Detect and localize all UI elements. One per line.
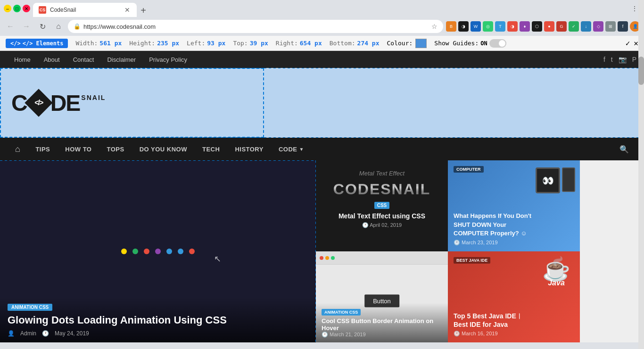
computer-title[interactable]: What Happens If You Don't SHUT DOWN Your… bbox=[454, 212, 542, 238]
logo-diamond-shape: </> bbox=[25, 89, 52, 116]
ext-icon-2[interactable]: ◑ bbox=[458, 21, 469, 32]
ext-icon-4[interactable]: ◎ bbox=[483, 21, 493, 32]
nav-search[interactable]: 🔍 bbox=[612, 145, 636, 154]
nav-home[interactable]: ⌂ bbox=[8, 138, 28, 160]
facebook-icon[interactable]: f bbox=[603, 56, 605, 63]
ext-icon-8[interactable]: ⬡ bbox=[532, 21, 542, 32]
main-article-overlay: ANIMATION CSS Glowing Dots Loading Anima… bbox=[0, 297, 316, 342]
devtools-check-icon[interactable]: ✓ bbox=[626, 39, 630, 48]
ext-icon-6[interactable]: ◑ bbox=[507, 21, 518, 32]
clock-icon-java: 🕐 bbox=[454, 331, 460, 336]
java-article[interactable]: BEST JAVA IDE ☕ Java Top 5 Best Java IDE… bbox=[448, 251, 580, 342]
colour-swatch[interactable] bbox=[415, 39, 427, 48]
topnav-about[interactable]: About bbox=[37, 51, 66, 68]
computer-tag[interactable]: COMPUTER bbox=[454, 166, 484, 173]
article-author: Admin bbox=[20, 330, 36, 337]
forward-button[interactable]: → bbox=[20, 20, 33, 33]
nav-code[interactable]: CODE ▼ bbox=[271, 138, 312, 160]
topnav-home[interactable]: Home bbox=[8, 51, 37, 68]
ext-icon-14[interactable]: ⊞ bbox=[605, 21, 616, 32]
dot-2 bbox=[132, 249, 138, 254]
article-right-guide bbox=[315, 160, 316, 342]
ext-icon-15[interactable]: f bbox=[618, 21, 628, 32]
monitor-icon: 👀 bbox=[536, 167, 560, 193]
topnav-privacy[interactable]: Privacy Policy bbox=[142, 51, 194, 68]
nav-tips[interactable]: TIPS bbox=[28, 138, 58, 160]
main-article-title[interactable]: Glowing Dots Loading Animation Using CSS bbox=[8, 314, 308, 327]
instagram-icon[interactable]: 📷 bbox=[619, 56, 627, 63]
scrollbar-thumb[interactable] bbox=[638, 57, 644, 85]
dot-3 bbox=[144, 249, 149, 254]
java-text-logo: Java bbox=[548, 279, 565, 287]
ext-blogger-icon[interactable]: B bbox=[446, 21, 456, 32]
devtools-elements-panel[interactable]: </> </> Elements bbox=[6, 39, 68, 48]
refresh-button[interactable]: ↻ bbox=[36, 20, 49, 33]
tab-favicon: CS bbox=[39, 6, 46, 14]
width-metric: Width: 561 px bbox=[75, 40, 122, 47]
button-article[interactable]: Button ANIMATION CSS Cool CSS Button Bor… bbox=[316, 251, 448, 342]
right-metric: Right: 654 px bbox=[276, 40, 322, 47]
ext-icon-7[interactable]: ♦ bbox=[520, 21, 530, 32]
address-bar[interactable]: 🔒 https://www.codesnail.com ☆ bbox=[68, 20, 443, 33]
computer-icons: 👀 bbox=[536, 167, 575, 193]
clock-icon-metal: 🕐 bbox=[362, 222, 369, 228]
demo-browser-bar bbox=[316, 251, 448, 265]
ext-icon-5[interactable]: T bbox=[495, 21, 505, 32]
ext-icon-9[interactable]: ● bbox=[544, 21, 554, 32]
twitter-icon[interactable]: t bbox=[611, 56, 613, 63]
nav-history[interactable]: HISTORY bbox=[227, 138, 271, 160]
site-topnav: Home About Contact Disclaimer Privacy Po… bbox=[0, 51, 644, 68]
ext-icon-11[interactable]: ✓ bbox=[569, 21, 579, 32]
ext-icon-12[interactable]: ↓ bbox=[581, 21, 591, 32]
bookmark-icon[interactable]: ☆ bbox=[431, 23, 438, 30]
ext-wordpress-icon[interactable]: W bbox=[471, 21, 481, 32]
logo-snail-text: SNAIL bbox=[81, 94, 106, 101]
book-icon bbox=[562, 167, 575, 192]
computer-article[interactable]: COMPUTER 👀 What Happens If You Don't SHU… bbox=[448, 160, 580, 251]
topnav-contact[interactable]: Contact bbox=[66, 51, 101, 68]
button-article-title[interactable]: Cool CSS Button Border Animation on Hove… bbox=[322, 317, 442, 332]
metal-date: April 02, 2019 bbox=[370, 222, 402, 228]
back-button[interactable]: ← bbox=[4, 20, 17, 33]
tab-close-button[interactable]: ✕ bbox=[124, 6, 131, 14]
devtools-close-icon[interactable]: ✕ bbox=[634, 39, 638, 48]
pinterest-icon[interactable]: P bbox=[632, 56, 636, 63]
nav-tech[interactable]: TECH bbox=[195, 138, 227, 160]
toggle-switch[interactable] bbox=[489, 39, 506, 48]
dot-7 bbox=[189, 249, 195, 254]
main-article[interactable]: ↖ ANIMATION CSS Glowing Dots Loading Ani… bbox=[0, 160, 316, 342]
home-button[interactable]: ⌂ bbox=[52, 20, 65, 33]
topnav-disclaimer[interactable]: Disclaimer bbox=[100, 51, 142, 68]
cursor-indicator: ↖ bbox=[214, 254, 221, 264]
ext-icon-10[interactable]: G bbox=[556, 21, 567, 32]
button-card-overlay: ANIMATION CSS Cool CSS Button Border Ani… bbox=[316, 303, 448, 342]
metal-article-title[interactable]: Metal Text Effect using CSS bbox=[339, 212, 425, 220]
nav-howto[interactable]: HOW TO bbox=[58, 138, 99, 160]
nav-doyouknow[interactable]: DO YOU KNOW bbox=[132, 138, 195, 160]
article-date: May 24, 2019 bbox=[55, 330, 89, 337]
minimize-button[interactable]: – bbox=[4, 5, 11, 12]
java-ide-tag[interactable]: BEST JAVA IDE bbox=[454, 257, 490, 264]
close-button[interactable]: ✕ bbox=[23, 5, 30, 12]
java-logo: ☕ Java bbox=[542, 256, 570, 287]
toggle-on-label: ON bbox=[480, 40, 487, 47]
demo-dot-red bbox=[320, 256, 323, 260]
scrollbar[interactable] bbox=[638, 0, 644, 349]
main-article-tag[interactable]: ANIMATION CSS bbox=[8, 304, 52, 311]
site-logo[interactable]: C </> DE SNAIL bbox=[11, 90, 106, 116]
computer-content: What Happens If You Don't SHUT DOWN Your… bbox=[454, 212, 542, 246]
button-anim-tag[interactable]: ANIMATION CSS bbox=[322, 309, 361, 316]
nav-tops[interactable]: TOPS bbox=[99, 138, 132, 160]
maximize-button[interactable]: □ bbox=[13, 5, 21, 12]
metal-text-article[interactable]: Metal Text Effect CODESNAIL CSS Metal Te… bbox=[316, 160, 448, 251]
metal-css-tag[interactable]: CSS bbox=[374, 202, 390, 209]
dot-6 bbox=[178, 249, 183, 254]
show-guides-label: Show Guides: bbox=[434, 40, 479, 47]
lock-icon: 🔒 bbox=[74, 23, 81, 30]
ext-icon-13[interactable]: ◇ bbox=[593, 21, 603, 32]
active-tab[interactable]: CS CodeSnail ✕ bbox=[33, 3, 137, 17]
new-tab-button[interactable]: + bbox=[137, 4, 150, 17]
java-article-title[interactable]: Top 5 Best Java IDE︱Best IDE for Java bbox=[454, 312, 533, 329]
left-label: Left: bbox=[187, 40, 205, 47]
main-navigation: ⌂ TIPS HOW TO TOPS DO YOU KNOW TECH HIST… bbox=[0, 138, 644, 160]
